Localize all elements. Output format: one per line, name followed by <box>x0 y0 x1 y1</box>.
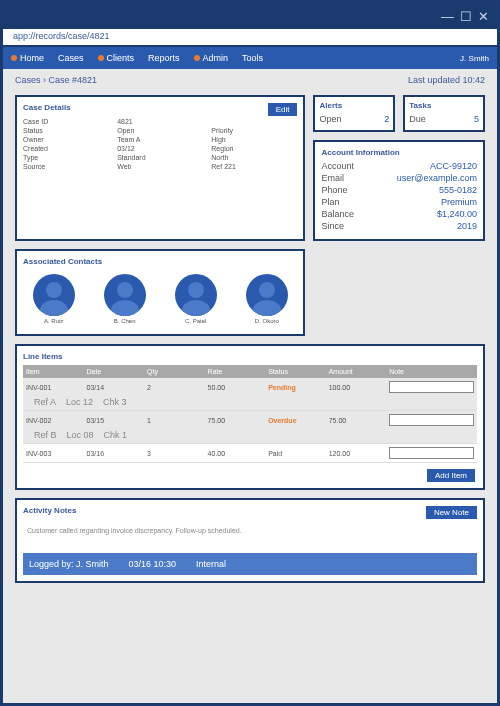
nav-admin[interactable]: Admin <box>194 53 229 63</box>
field-value: Region <box>211 145 297 152</box>
sub-cell: Loc 12 <box>66 397 93 407</box>
notes-body: Customer called regarding invoice discre… <box>23 523 477 553</box>
tasks-value: 5 <box>474 114 479 124</box>
contact-card[interactable]: C. Patel <box>175 274 217 324</box>
cell: 1 <box>147 417 204 424</box>
dot-icon <box>194 55 200 61</box>
breadcrumb-path: Cases › Case #4821 <box>15 75 97 85</box>
nav-tools[interactable]: Tools <box>242 53 263 63</box>
info-value: user@example.com <box>397 173 477 183</box>
contacts-title: Associated Contacts <box>23 257 297 266</box>
account-panel: Account Information AccountACC-99120 Ema… <box>313 140 485 241</box>
note-input[interactable] <box>389 414 474 426</box>
table-row[interactable]: INV-002 03/15 1 75.00 Overdue 75.00 Ref … <box>23 411 477 444</box>
dot-icon <box>98 55 104 61</box>
notes-footer: Logged by: J. Smith 03/16 10:30 Internal <box>23 553 477 575</box>
sub-cell: Ref B <box>34 430 57 440</box>
field-value: Standard <box>117 154 203 161</box>
cell: 2 <box>147 384 204 391</box>
col-header: Amount <box>329 368 386 375</box>
contact-card[interactable]: D. Okoro <box>246 274 288 324</box>
col-header: Date <box>87 368 144 375</box>
cell: 120.00 <box>329 450 386 457</box>
field-label: Created <box>23 145 109 152</box>
table-header: Item Date Qty Rate Status Amount Note <box>23 365 477 378</box>
new-note-button[interactable]: New Note <box>426 506 477 519</box>
info-label: Email <box>321 173 344 183</box>
tasks-label: Due <box>409 114 426 124</box>
alerts-panel: Alerts Open2 <box>313 95 395 132</box>
url-bar[interactable]: app://records/case/4821 <box>3 29 497 47</box>
nav-reports[interactable]: Reports <box>148 53 180 63</box>
contact-name: C. Patel <box>185 318 206 324</box>
col-header: Item <box>26 368 83 375</box>
contact-name: A. Ruiz <box>44 318 63 324</box>
dot-icon <box>11 55 17 61</box>
field-value: 03/12 <box>117 145 203 152</box>
avatar-icon <box>33 274 75 316</box>
app-window: — ☐ ✕ app://records/case/4821 Home Cases… <box>0 0 500 706</box>
info-value: 555-0182 <box>439 185 477 195</box>
avatar-icon <box>175 274 217 316</box>
items-panel: Line Items Item Date Qty Rate Status Amo… <box>15 344 485 490</box>
close-icon[interactable]: ✕ <box>478 9 489 24</box>
notes-meta: 03/16 10:30 <box>129 559 177 569</box>
tasks-title: Tasks <box>409 101 479 110</box>
maximize-icon[interactable]: ☐ <box>460 9 472 24</box>
field-value: Open <box>117 127 203 134</box>
field-label: Type <box>23 154 109 161</box>
minimize-icon[interactable]: — <box>441 9 454 24</box>
cell: 03/15 <box>87 417 144 424</box>
notes-panel: Activity Notes New Note Customer called … <box>15 498 485 583</box>
nav-home[interactable]: Home <box>11 53 44 63</box>
field-value: Team A <box>117 136 203 143</box>
note-input[interactable] <box>389 447 474 459</box>
cell: 50.00 <box>208 384 265 391</box>
field-value <box>211 118 297 125</box>
field-value: 4821 <box>117 118 203 125</box>
cell: 3 <box>147 450 204 457</box>
cell: 03/16 <box>87 450 144 457</box>
sub-cell: Ref A <box>34 397 56 407</box>
cell: 03/14 <box>87 384 144 391</box>
sub-cell: Chk 3 <box>103 397 127 407</box>
cell-status: Pending <box>268 384 325 391</box>
titlebar: — ☐ ✕ <box>3 3 497 29</box>
sub-cell: Chk 1 <box>104 430 128 440</box>
table-row[interactable]: INV-003 03/16 3 40.00 Paid 120.00 <box>23 444 477 463</box>
avatar-icon <box>104 274 146 316</box>
contact-card[interactable]: B. Chen <box>104 274 146 324</box>
add-item-button[interactable]: Add Item <box>427 469 475 482</box>
edit-button[interactable]: Edit <box>268 103 298 116</box>
cell: 75.00 <box>208 417 265 424</box>
cell: 40.00 <box>208 450 265 457</box>
nav-cases[interactable]: Cases <box>58 53 84 63</box>
col-header: Rate <box>208 368 265 375</box>
col-header: Status <box>268 368 325 375</box>
field-value: Priority <box>211 127 297 134</box>
nav-user[interactable]: J. Smith <box>460 54 489 63</box>
items-title: Line Items <box>23 352 477 361</box>
field-label: Owner <box>23 136 109 143</box>
field-label: Source <box>23 163 109 170</box>
contact-card[interactable]: A. Ruiz <box>33 274 75 324</box>
notes-meta: Logged by: J. Smith <box>29 559 109 569</box>
cell: 100.00 <box>329 384 386 391</box>
account-title: Account Information <box>321 148 477 157</box>
cell-status: Overdue <box>268 417 325 424</box>
info-value: 2019 <box>457 221 477 231</box>
details-title: Case Details <box>23 103 297 112</box>
alerts-label: Open <box>319 114 341 124</box>
col-header: Qty <box>147 368 204 375</box>
breadcrumb-meta: Last updated 10:42 <box>408 75 485 85</box>
note-input[interactable] <box>389 381 474 393</box>
tasks-panel: Tasks Due5 <box>403 95 485 132</box>
table-row[interactable]: INV-001 03/14 2 50.00 Pending 100.00 Ref… <box>23 378 477 411</box>
nav-clients[interactable]: Clients <box>98 53 135 63</box>
info-value: Premium <box>441 197 477 207</box>
contacts-panel: Associated Contacts A. Ruiz B. Chen C. P… <box>15 249 305 336</box>
field-label: Status <box>23 127 109 134</box>
info-label: Plan <box>321 197 339 207</box>
info-value: $1,240.00 <box>437 209 477 219</box>
contact-name: D. Okoro <box>255 318 279 324</box>
